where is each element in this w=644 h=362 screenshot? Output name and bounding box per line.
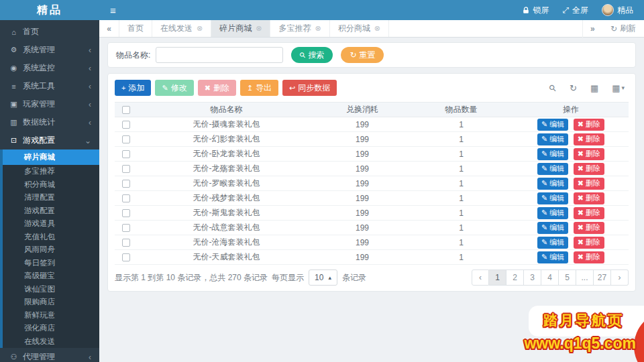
delete-button[interactable]: ✖ 删除 <box>574 251 604 263</box>
fullscreen-button[interactable]: ⤢ 全屏 <box>562 5 588 16</box>
toggle-view-icon[interactable]: ▦ <box>590 83 600 93</box>
tab-close-icon[interactable]: ⊗ <box>256 24 262 33</box>
export-icon[interactable]: ↥ 导出 <box>240 80 278 96</box>
user-menu[interactable]: 精品 <box>602 4 633 16</box>
x-icon: ✖ <box>578 120 584 129</box>
page-button[interactable]: › <box>611 269 629 286</box>
row-checkbox[interactable] <box>122 135 130 143</box>
row-checkbox[interactable] <box>122 194 130 202</box>
edit-button[interactable]: ✎ 编辑 <box>537 207 568 219</box>
delete-button[interactable]: ✖ 删除 <box>574 192 604 204</box>
submenu-item[interactable]: 充值礼包 <box>3 231 99 244</box>
sidebar-item[interactable]: ▣ 玩家管理 ‹ <box>0 95 99 113</box>
row-checkbox[interactable] <box>122 224 130 232</box>
edit-button[interactable]: ✎ 编辑 <box>537 119 568 131</box>
submenu-item[interactable]: 在线发送 <box>3 335 99 349</box>
submenu-item[interactable]: 限购商店 <box>3 296 99 309</box>
page-button[interactable]: 4 <box>541 269 559 286</box>
table-row: 无价-沧海套装礼包 199 1 ✎ 编辑 ✖ 删除 <box>115 235 629 250</box>
page-button[interactable]: ‹ <box>472 269 489 286</box>
toolbar-button-label: 导出 <box>256 82 272 94</box>
submenu-item[interactable]: 积分商城 <box>3 178 99 192</box>
plus-icon[interactable]: + 添加 <box>115 80 151 96</box>
edit-button[interactable]: ✎ 编辑 <box>537 192 568 204</box>
sidebar-item[interactable]: ⌂ 首页 <box>0 23 99 41</box>
edit-button[interactable]: ✎ 编辑 <box>537 222 568 234</box>
tab[interactable]: 首页 <box>119 20 152 37</box>
submenu-item[interactable]: 强化商店 <box>3 322 99 335</box>
item-name-input[interactable] <box>156 47 283 63</box>
submenu-item[interactable]: 每日签到 <box>3 257 99 270</box>
sidebar-item[interactable]: ⊡ 游戏配置 ⌄ <box>0 131 99 149</box>
search-icon: ⚲ <box>298 50 308 60</box>
row-checkbox[interactable] <box>122 150 130 158</box>
submenu-item[interactable]: 高级砸宝 <box>3 269 99 283</box>
row-checkbox[interactable] <box>122 209 130 217</box>
select-all-checkbox[interactable] <box>122 106 130 114</box>
row-checkbox[interactable] <box>122 253 130 261</box>
edit-button[interactable]: ✎ 编辑 <box>537 237 568 249</box>
page-button[interactable]: ... <box>576 269 594 286</box>
row-checkbox[interactable] <box>122 239 130 247</box>
chevron-icon: ‹ <box>89 46 91 55</box>
tab-close-icon[interactable]: ⊗ <box>374 24 380 33</box>
sidebar-item[interactable]: ◉ 系统监控 ‹ <box>0 59 99 77</box>
tab-close-icon[interactable]: ⊗ <box>315 24 321 33</box>
tab[interactable]: 在线发送 ⊗ <box>152 20 211 37</box>
row-checkbox[interactable] <box>122 121 130 129</box>
edit-button[interactable]: ✎ 编辑 <box>537 148 568 160</box>
columns-icon[interactable]: ▦ ▾ <box>612 83 625 93</box>
watermark-title: 踏月导航页 <box>543 311 624 330</box>
edit-button[interactable]: ✎ 编辑 <box>537 133 568 145</box>
delete-button[interactable]: ✖ 删除 <box>574 222 604 234</box>
sidebar-item[interactable]: ▥ 数据统计 ‹ <box>0 113 99 131</box>
page-button[interactable]: 2 <box>506 269 524 286</box>
tabs-scroll-right-button[interactable]: » <box>582 20 602 38</box>
submenu-item[interactable]: 游戏道具 <box>3 217 99 231</box>
submenu-item[interactable]: 风雨同舟 <box>3 243 99 257</box>
delete-button[interactable]: ✖ 删除 <box>574 148 604 160</box>
row-checkbox[interactable] <box>122 165 130 173</box>
app-logo[interactable]: 精品 <box>0 0 99 20</box>
tab-close-icon[interactable]: ⊗ <box>197 24 203 33</box>
page-button[interactable]: 1 <box>489 269 506 286</box>
page-size-select[interactable]: 10 ▴ <box>309 269 337 286</box>
edit-button[interactable]: ✎ 编辑 <box>537 163 568 175</box>
delete-button[interactable]: ✖ 删除 <box>574 178 604 190</box>
sidebar-item[interactable]: ⚙ 系统管理 ‹ <box>0 41 99 59</box>
delete-button[interactable]: ✖ 删除 <box>574 133 604 145</box>
search-icon[interactable]: ⚲ <box>549 83 557 93</box>
submenu-item[interactable]: 碎片商城 <box>3 149 99 165</box>
edit-button[interactable]: ✎ 编辑 <box>537 178 568 190</box>
edit-icon[interactable]: ✎ 修改 <box>155 80 193 96</box>
tab[interactable]: 碎片商城 ⊗ <box>211 20 270 37</box>
sidebar-item[interactable]: ≡ 系统工具 ‹ <box>0 77 99 95</box>
page-button[interactable]: 3 <box>524 269 541 286</box>
row-checkbox[interactable] <box>122 180 130 188</box>
delete-button[interactable]: ✖ 删除 <box>574 119 604 131</box>
tab[interactable]: 多宝推荐 ⊗ <box>270 20 329 37</box>
submenu-item[interactable]: 多宝推荐 <box>3 165 99 178</box>
hamburger-icon[interactable]: ≡ <box>99 5 127 16</box>
sync-icon[interactable]: ↩ 同步数据 <box>282 80 337 96</box>
x-icon[interactable]: ✖ 删除 <box>198 80 236 96</box>
search-button[interactable]: ⚲ 搜索 <box>291 47 333 63</box>
edit-button[interactable]: ✎ 编辑 <box>537 251 568 263</box>
submenu-item[interactable]: 诛仙宝图 <box>3 283 99 296</box>
delete-button[interactable]: ✖ 删除 <box>574 163 604 175</box>
refresh-icon[interactable]: ↻ <box>570 83 578 93</box>
submenu-item[interactable]: 清理配置 <box>3 191 99 204</box>
page-button[interactable]: 27 <box>594 269 611 286</box>
refresh-tab-button[interactable]: ↻ 刷新 <box>602 23 644 34</box>
sidebar-item-label: 系统监控 <box>23 62 55 74</box>
submenu-item[interactable]: 新鲜玩意 <box>3 309 99 322</box>
submenu-item[interactable]: 游戏配置 <box>3 204 99 218</box>
page-button[interactable]: 5 <box>559 269 576 286</box>
tab[interactable]: 积分商城 ⊗ <box>330 20 389 37</box>
lock-screen-button[interactable]: 锁屏 <box>523 5 549 16</box>
reset-button[interactable]: ↻ 重置 <box>341 47 384 63</box>
tabs-scroll-left-button[interactable]: « <box>99 20 119 37</box>
sidebar-item[interactable]: ⚇ 代理管理 ‹ <box>0 348 99 362</box>
delete-button[interactable]: ✖ 删除 <box>574 207 604 219</box>
delete-button[interactable]: ✖ 删除 <box>574 237 604 249</box>
